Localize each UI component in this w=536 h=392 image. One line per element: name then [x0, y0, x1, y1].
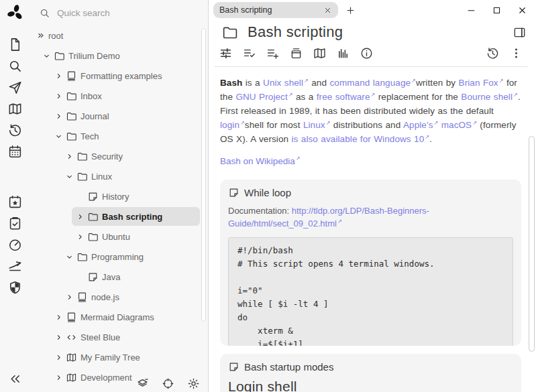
note-title[interactable]: Bash scripting — [248, 23, 513, 41]
external-link[interactable]: Brian Fox↗ — [459, 78, 504, 88]
note-map-icon[interactable] — [7, 101, 23, 117]
tree-item-row[interactable]: History — [72, 187, 200, 206]
calendar-icon[interactable] — [7, 144, 23, 159]
external-link[interactable]: login↗ — [220, 120, 245, 130]
task-manager-icon[interactable] — [7, 216, 23, 231]
tree-item-row[interactable]: My Family Tree — [50, 348, 200, 367]
tree-item-mermaid-diagrams[interactable]: Mermaid Diagrams — [30, 307, 200, 327]
tree-item-trilium-demo[interactable]: Trilium Demo — [30, 46, 200, 66]
tree-item-row[interactable]: Trilium Demo — [38, 46, 200, 65]
maximize-button[interactable] — [492, 5, 502, 15]
more-options-icon[interactable] — [504, 46, 528, 60]
scroll-to-active-note-icon[interactable] — [162, 377, 174, 390]
tree-item-row[interactable]: Mermaid Diagrams — [50, 308, 200, 326]
wikipedia-link[interactable]: Bash on Wikipedia↗ — [220, 156, 301, 166]
card-title-link[interactable]: Bash startup modes — [244, 361, 333, 373]
events-icon[interactable] — [7, 194, 23, 210]
tree-item-row[interactable]: Linux — [61, 167, 200, 186]
external-link[interactable]: GNU Project↗ — [235, 92, 292, 102]
chevron-right-icon[interactable] — [74, 231, 86, 242]
chevron-right-icon[interactable] — [52, 352, 64, 363]
collapse-subtree-icon[interactable] — [136, 377, 149, 390]
travel-icon[interactable] — [7, 259, 23, 274]
chevron-down-icon[interactable] — [63, 171, 75, 182]
chevron-right-icon[interactable] — [52, 111, 64, 121]
external-link[interactable]: Bourne shell↗ — [461, 92, 518, 102]
tree-item-row[interactable]: Formatting examples — [50, 66, 200, 85]
tree-item-row[interactable]: Ubuntu — [72, 227, 200, 246]
tree-item-row[interactable]: Journal — [50, 107, 200, 125]
tree-item-linux[interactable]: Linux — [30, 166, 200, 186]
tree-item-ubuntu[interactable]: Ubuntu — [30, 226, 200, 247]
card-title-link[interactable]: While loop — [244, 187, 291, 198]
external-link[interactable]: Apple's↗ — [403, 120, 438, 130]
inherited-attributes-icon[interactable] — [261, 46, 284, 60]
tree-item-row[interactable]: root — [33, 26, 200, 45]
minimize-button[interactable] — [466, 5, 476, 15]
owned-attributes-icon[interactable] — [237, 46, 261, 60]
tree-item-inbox[interactable]: Inbox — [30, 86, 200, 106]
external-link[interactable]: Unix shell↗ — [263, 78, 309, 88]
close-button[interactable] — [517, 5, 527, 15]
tree-item-row[interactable]: Steel Blue — [50, 328, 200, 346]
similar-notes-icon[interactable] — [331, 46, 355, 60]
tree-item-java[interactable]: Java — [30, 267, 200, 287]
tab-bash-scripting[interactable]: Bash scripting — [213, 2, 338, 18]
jump-to-note-icon[interactable] — [7, 80, 23, 95]
external-link[interactable]: Linux↗ — [303, 120, 331, 130]
tree-item-journal[interactable]: Journal — [30, 106, 200, 126]
expand-double-chevron-icon[interactable] — [35, 30, 47, 41]
chevron-right-icon[interactable] — [52, 332, 64, 342]
new-tab-icon[interactable] — [345, 5, 356, 15]
trilium-logo-icon[interactable] — [5, 3, 25, 23]
new-note-icon[interactable] — [7, 37, 23, 52]
recent-changes-icon[interactable] — [7, 123, 23, 138]
note-revisions-icon[interactable] — [481, 46, 504, 60]
chevron-right-icon[interactable] — [52, 90, 64, 101]
note-map-icon[interactable] — [308, 46, 331, 60]
collapse-panel-icon[interactable] — [7, 371, 23, 387]
external-link[interactable]: command language↗ — [329, 78, 416, 88]
tree-item-tech[interactable]: Tech — [30, 126, 200, 146]
tree-item-node-js[interactable]: node.js — [30, 287, 200, 307]
search-notes-icon[interactable] — [7, 58, 23, 74]
external-link[interactable]: is also available for Windows 10↗ — [292, 134, 430, 144]
quick-search-input[interactable] — [57, 8, 178, 18]
chevron-right-icon[interactable] — [52, 70, 64, 81]
note-info-icon[interactable] — [355, 46, 378, 60]
tab-close-icon[interactable] — [323, 6, 332, 15]
tree-item-row[interactable]: Inbox — [50, 86, 200, 105]
external-link[interactable]: free software↗ — [317, 92, 376, 102]
quick-search[interactable] — [30, 0, 208, 25]
external-link[interactable]: macOS↗ — [441, 120, 477, 130]
chevron-right-icon[interactable] — [63, 151, 75, 161]
chevron-right-icon[interactable] — [52, 372, 64, 383]
tree-item-row[interactable]: Bash scripting — [72, 207, 200, 226]
chevron-down-icon[interactable] — [63, 251, 75, 262]
chevron-down-icon[interactable] — [40, 50, 52, 61]
tree-item-formatting-examples[interactable]: Formatting examples — [30, 66, 200, 86]
tree-item-my-family-tree[interactable]: My Family Tree — [30, 347, 200, 367]
tree-item-row[interactable]: Programming — [61, 247, 200, 266]
dashboard-icon[interactable] — [7, 237, 23, 253]
tree-item-security[interactable]: Security — [30, 146, 200, 166]
tree-item-history[interactable]: History — [30, 186, 200, 206]
basic-properties-icon[interactable] — [214, 46, 237, 60]
tree-item-bash-scripting[interactable]: Bash scripting — [30, 206, 200, 226]
chevron-right-icon[interactable] — [52, 312, 64, 322]
tree-item-row[interactable]: Java — [72, 267, 200, 286]
tree-item-row[interactable]: node.js — [61, 287, 200, 306]
tree-item-root[interactable]: root — [30, 25, 200, 46]
tree-item-row[interactable]: Security — [61, 147, 200, 166]
tree-item-programming[interactable]: Programming — [30, 247, 200, 267]
note-paths-icon[interactable] — [284, 46, 308, 60]
chevron-right-icon[interactable] — [74, 211, 86, 222]
content-scrollbar-thumb[interactable] — [529, 136, 535, 352]
tree-item-row[interactable]: Tech — [50, 127, 200, 145]
tree-scrollbar-thumb[interactable] — [201, 28, 206, 322]
tree-item-steel-blue[interactable]: Steel Blue — [30, 327, 200, 347]
chevron-down-icon[interactable] — [52, 131, 64, 141]
chevron-right-icon[interactable] — [63, 291, 75, 302]
tree-settings-icon[interactable] — [187, 377, 200, 390]
security-icon[interactable] — [7, 280, 23, 296]
